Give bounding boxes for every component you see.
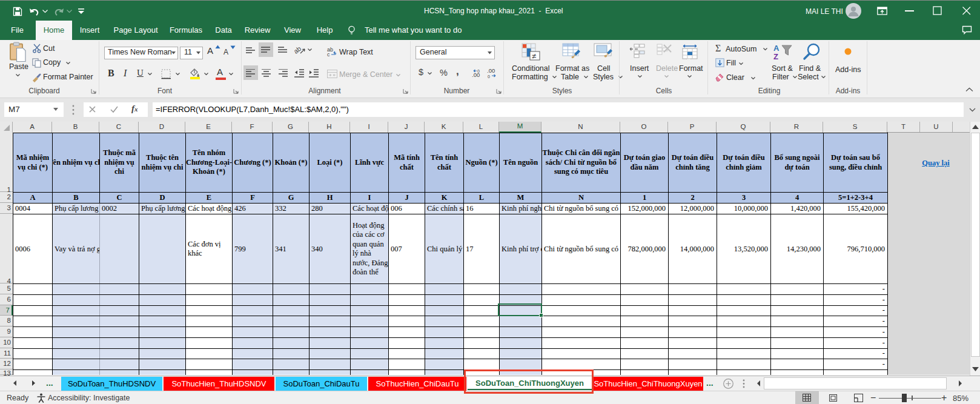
svg-text:c: c — [327, 51, 330, 56]
svg-text:A: A — [773, 44, 780, 53]
svg-text:0: 0 — [488, 75, 490, 79]
svg-text:.00: .00 — [487, 68, 495, 74]
svg-text:≠: ≠ — [532, 51, 536, 61]
svg-text:0: 0 — [477, 69, 480, 73]
svg-text:ab: ab — [294, 45, 302, 55]
svg-text:Z: Z — [773, 52, 778, 61]
